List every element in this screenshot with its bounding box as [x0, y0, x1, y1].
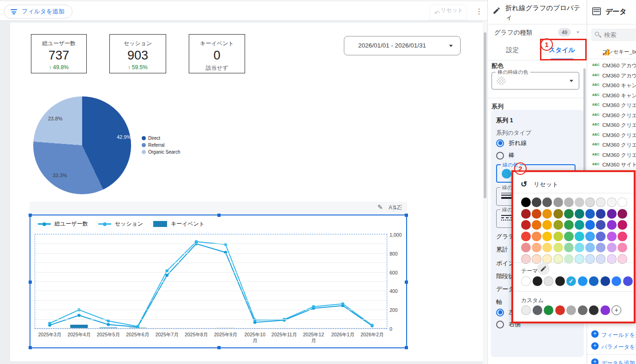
palette-swatch[interactable] [618, 243, 627, 252]
palette-swatch[interactable] [564, 197, 574, 207]
custom-swatch[interactable] [555, 305, 565, 315]
custom-swatch[interactable] [566, 305, 576, 315]
palette-swatch[interactable] [575, 243, 584, 252]
field-row[interactable]: ABCCM360 クリエイ [587, 140, 636, 150]
legend-item-key-events[interactable]: キーイベント [153, 220, 204, 228]
palette-swatch[interactable] [521, 232, 531, 241]
field-row[interactable]: ABCCM360 クリエイ [587, 111, 636, 121]
option-cumulative[interactable]: 累計 [496, 245, 508, 254]
resize-handle[interactable] [405, 346, 408, 349]
theme-swatch[interactable] [578, 276, 588, 286]
data-source-row[interactable]: ブンセキー_bun [587, 45, 636, 59]
more-options-icon[interactable]: ⋮ [474, 6, 485, 17]
palette-swatch[interactable] [596, 197, 606, 207]
palette-swatch[interactable] [618, 209, 627, 219]
legend-item-users[interactable]: 総ユーザー数 [38, 220, 88, 228]
legend-item-sessions[interactable]: セッション [98, 220, 143, 228]
field-row[interactable]: ABCCM360 サイト I [587, 160, 636, 170]
add-parameter-button[interactable]: パラメータを追加 [587, 340, 636, 352]
custom-swatch[interactable] [521, 305, 531, 315]
line-chart-plot[interactable] [35, 234, 387, 328]
theme-swatch[interactable] [589, 276, 599, 286]
chart-type-row[interactable]: グラフの種類 49 ⌄ [488, 25, 587, 41]
palette-swatch[interactable] [596, 220, 606, 230]
field-row[interactable]: ABCCM360 クリエイ [587, 150, 636, 161]
custom-swatch[interactable] [533, 305, 542, 315]
resize-handle[interactable] [29, 280, 32, 284]
custom-swatch[interactable] [589, 305, 599, 315]
palette-swatch[interactable] [553, 232, 563, 241]
palette-swatch[interactable] [585, 197, 595, 207]
chart-more-icon[interactable]: ⋮ [398, 203, 404, 211]
custom-swatch[interactable] [578, 305, 588, 315]
palette-swatch[interactable] [607, 197, 617, 207]
tab-style[interactable]: スタイル [537, 41, 587, 60]
palette-swatch[interactable] [607, 209, 617, 219]
theme-swatch[interactable] [555, 276, 565, 286]
palette-swatch[interactable] [575, 209, 584, 219]
field-search-input[interactable]: 検索 [591, 29, 636, 41]
field-row[interactable]: ABCCM360 アカウン [587, 61, 636, 71]
palette-swatch[interactable] [564, 209, 574, 219]
edit-theme-pencil-icon[interactable] [537, 263, 550, 275]
palette-swatch[interactable] [532, 220, 541, 230]
field-row[interactable]: ABCCM360 キャンペ [587, 81, 636, 91]
theme-swatch[interactable]: ✓ [566, 276, 576, 286]
palette-swatch[interactable] [585, 243, 595, 252]
palette-swatch[interactable] [564, 220, 574, 230]
field-row[interactable]: ABCCM360 クリエイ [587, 101, 636, 111]
scorecard-total-users[interactable]: 総ユーザー数 737 49.8% [31, 34, 87, 73]
edit-pencil-icon[interactable]: ✎ [378, 203, 383, 211]
palette-swatch[interactable] [585, 220, 595, 230]
palette-swatch[interactable] [553, 220, 563, 230]
palette-swatch[interactable] [553, 209, 563, 219]
theme-swatch[interactable] [612, 276, 621, 286]
palette-swatch[interactable] [607, 220, 617, 230]
palette-swatch[interactable] [542, 209, 552, 219]
pie-chart[interactable] [33, 96, 131, 194]
palette-swatch[interactable] [575, 197, 584, 207]
palette-swatch[interactable] [532, 232, 541, 241]
add-field-button[interactable]: フィールドを追加 [587, 328, 636, 340]
palette-swatch[interactable] [596, 243, 606, 252]
field-row[interactable]: ABCCM360 クリエイ [587, 120, 636, 131]
bar-border-color-dropdown[interactable]: 棒の枠線の色 [492, 72, 579, 90]
palette-swatch[interactable] [521, 209, 531, 219]
add-custom-color-button[interactable] [612, 305, 621, 315]
scorecard-sessions[interactable]: セッション 903 59.5% [109, 34, 166, 73]
theme-swatch[interactable] [521, 276, 531, 286]
palette-swatch[interactable] [564, 243, 574, 252]
radio-line[interactable]: 折れ線 [496, 139, 527, 147]
custom-swatch[interactable] [600, 305, 610, 315]
field-row[interactable]: ABCCM360 クリエイ [587, 131, 636, 141]
palette-swatch[interactable] [542, 220, 552, 230]
palette-swatch[interactable] [575, 220, 584, 230]
reset-button[interactable]: ↶ リセット [429, 5, 467, 20]
resize-handle[interactable] [29, 346, 32, 349]
canvas-scrollbar[interactable] [483, 21, 487, 364]
theme-swatch[interactable] [544, 276, 553, 286]
resize-handle[interactable] [217, 214, 221, 217]
palette-swatch[interactable] [521, 220, 531, 230]
add-filter-button[interactable]: フィルタを追加 [4, 5, 72, 18]
palette-swatch[interactable] [542, 197, 552, 207]
tab-setup[interactable]: 設定 [488, 41, 537, 60]
palette-swatch[interactable] [607, 232, 617, 241]
chevron-down-icon[interactable]: ⌄ [576, 28, 580, 34]
palette-swatch[interactable] [585, 232, 595, 241]
field-row[interactable]: ABCCM360 キャンペ [587, 91, 636, 101]
add-data-button[interactable]: データを追加 [587, 357, 636, 364]
palette-swatch[interactable] [532, 197, 541, 207]
theme-swatch[interactable] [600, 276, 610, 286]
custom-swatch[interactable] [544, 305, 553, 315]
palette-swatch[interactable] [532, 209, 541, 219]
scrollbar-thumb[interactable] [484, 32, 486, 198]
date-range-picker[interactable]: 2026/01/01 - 2026/01/31 [344, 36, 461, 55]
palette-swatch[interactable] [542, 243, 552, 252]
palette-swatch[interactable] [618, 220, 627, 230]
palette-swatch[interactable] [607, 243, 617, 252]
palette-swatch[interactable] [575, 232, 584, 241]
palette-swatch[interactable] [618, 197, 627, 207]
palette-swatch[interactable] [585, 209, 595, 219]
palette-swatch[interactable] [553, 197, 563, 207]
